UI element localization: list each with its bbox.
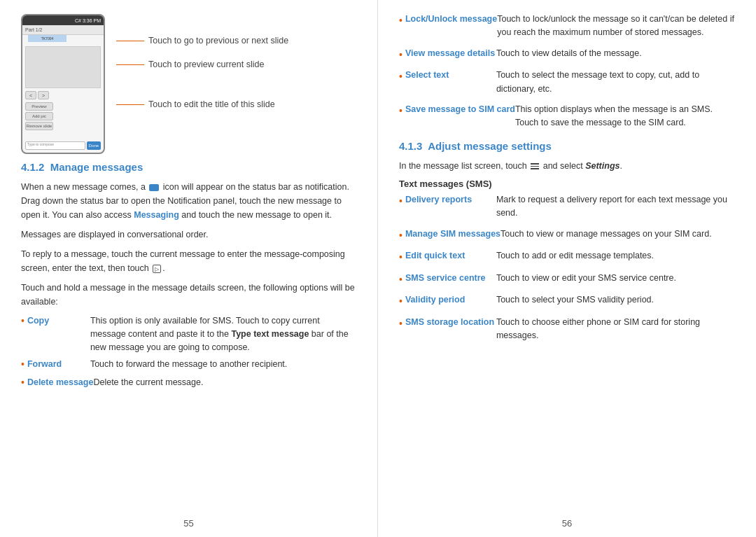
annotation-text-3: Touch to edit the title of this slide <box>148 99 275 111</box>
bullet-dot-lock: • <box>399 14 402 28</box>
phone-body: < > Preview Add pic Remove slide <box>22 35 104 136</box>
annotation-dash-1 <box>116 41 144 41</box>
bullet-desc-lock: Touch to lock/unlock the message so it c… <box>497 13 735 40</box>
bullet-dot-edit-quick: • <box>399 251 402 265</box>
manage-messages-para1: When a new message comes, a icon will ap… <box>21 180 356 222</box>
left-page-number: 55 <box>183 518 193 529</box>
bullet-label-delete: Delete message <box>27 376 94 390</box>
bullet-manage-sim: • Manage SIM messages Touch to view or m… <box>399 228 735 243</box>
bullet-edit-quick: • Edit quick text Touch to add or edit m… <box>399 249 735 265</box>
phone-header-label: Part 1/2 <box>25 27 43 32</box>
phone-preview-btn[interactable]: Preview <box>25 102 53 111</box>
send-arrow-icon: ▷ <box>153 265 161 273</box>
bullet-label-edit-quick: Edit quick text <box>405 249 496 263</box>
bullet-label-delivery: Delivery reports <box>405 193 496 207</box>
phone-device: C# 3:36 PM Part 1/2 TK7004 < > <box>21 14 105 154</box>
bullet-label-sms-storage: SMS storage location <box>405 316 496 329</box>
annotation-text-2: Touch to preview current slide <box>148 59 264 71</box>
bullet-label-copy: Copy <box>27 314 90 354</box>
bullet-label-validity: Validity period <box>405 293 496 307</box>
bullet-label-select: Select text <box>405 69 496 82</box>
message-notification-icon <box>149 184 159 191</box>
manage-messages-para4: Touch and hold a message in the message … <box>21 281 356 309</box>
bullet-view-message: • View message details Touch to view det… <box>399 47 735 62</box>
menu-lines-icon <box>531 163 539 169</box>
phone-nav-row: < > <box>25 91 101 99</box>
bullet-desc-copy: This option is only available for SMS. T… <box>90 314 356 354</box>
manage-messages-para3: To reply to a message, touch the current… <box>21 247 356 275</box>
right-page-number: 56 <box>562 518 572 529</box>
bullet-dot-manage-sim: • <box>399 229 402 243</box>
bullet-dot-delete: • <box>21 376 24 390</box>
phone-compose-input[interactable]: Type to compose <box>25 141 85 150</box>
phone-prev-btn[interactable]: < <box>25 91 36 99</box>
annotation-3: Touch to edit the title of this slide <box>116 99 356 111</box>
bullet-dot-forward: • <box>21 358 24 372</box>
phone-addpic-btn[interactable]: Add pic <box>25 112 53 120</box>
bullet-label-forward: Forward <box>27 358 90 372</box>
settings-bold-text: Settings <box>585 161 620 171</box>
page: C# 3:36 PM Part 1/2 TK7004 < > <box>0 0 756 537</box>
annotation-dash-2 <box>116 64 144 65</box>
phone-header: Part 1/2 <box>22 25 104 35</box>
bullet-dot-sms-service: • <box>399 273 402 287</box>
bullet-delivery-reports: • Delivery reports Mark to request a del… <box>399 193 735 221</box>
left-column: C# 3:36 PM Part 1/2 TK7004 < > <box>0 0 378 537</box>
bullet-copy: • Copy This option is only available for… <box>21 314 356 354</box>
bullet-validity: • Validity period Touch to select your S… <box>399 293 735 309</box>
bullet-desc-sms-storage: Touch to choose either phone or SIM card… <box>496 316 735 343</box>
phone-slide-thumbnail <box>25 46 101 88</box>
section-413-heading: 4.1.3 Adjust message settings <box>399 140 735 152</box>
bullet-dot-select: • <box>399 70 402 84</box>
annotation-text-1: Touch to go to previous or next slide <box>148 35 288 48</box>
bullet-lock-unlock: • Lock/Unlock message Touch to lock/unlo… <box>399 13 735 40</box>
bullet-desc-view: Touch to view details of the message. <box>496 47 642 60</box>
annotation-2: Touch to preview current slide <box>116 59 356 71</box>
bullet-label-sms-service: SMS service centre <box>405 272 496 285</box>
bullet-desc-validity: Touch to select your SMS validity period… <box>496 293 654 307</box>
bullet-delete: • Delete message Delete the current mess… <box>21 376 356 390</box>
bullet-desc-sms-service: Touch to view or edit your SMS service c… <box>496 272 676 285</box>
phone-mockup-area: C# 3:36 PM Part 1/2 TK7004 < > <box>21 14 356 154</box>
bullet-dot-copy: • <box>21 314 24 354</box>
section-412-heading: 4.1.2 Manage messages <box>21 161 356 173</box>
bullet-sms-service: • SMS service centre Touch to view or ed… <box>399 272 735 287</box>
phone-next-btn[interactable]: > <box>38 91 49 99</box>
phone-footer: Type to compose Done <box>25 141 101 150</box>
phone-done-button[interactable]: Done <box>87 141 101 150</box>
manage-messages-para2: Messages are displayed in conversational… <box>21 228 356 242</box>
phone-status-text: C# 3:36 PM <box>75 18 101 23</box>
bullet-save-sim: • Save message to SIM card This option d… <box>399 103 735 130</box>
bullet-label-manage-sim: Manage SIM messages <box>405 228 500 241</box>
annotation-dash-3 <box>116 104 144 105</box>
annotation-1: Touch to go to previous or next slide <box>116 35 356 48</box>
bullet-desc-delivery: Mark to request a delivery report for ea… <box>496 193 735 221</box>
adjust-settings-intro: In the message list screen, touch and se… <box>399 159 735 173</box>
bullet-desc-forward: Touch to forward the message to another … <box>90 358 356 372</box>
phone-side-buttons: Preview Add pic Remove slide <box>25 102 101 130</box>
bullet-dot-view: • <box>399 48 402 62</box>
bullet-forward: • Forward Touch to forward the message t… <box>21 358 356 372</box>
messaging-bold: Messaging <box>134 210 179 220</box>
bullet-dot-save: • <box>399 104 402 118</box>
bullet-dot-sms-storage: • <box>399 317 402 331</box>
bullet-label-save: Save message to SIM card <box>405 103 515 116</box>
bullet-label-lock: Lock/Unlock message <box>405 13 497 26</box>
bullet-desc-select: Touch to select the message text to copy… <box>496 69 735 96</box>
annotations-area: Touch to go to previous or next slide To… <box>105 14 356 154</box>
bullet-desc-save: This option displays when the message is… <box>515 103 735 130</box>
text-messages-sms-subheading: Text messages (SMS) <box>399 179 735 189</box>
bullet-desc-delete: Delete the current message. <box>93 376 356 390</box>
phone-status-bar: C# 3:36 PM <box>22 15 104 25</box>
bullet-desc-manage-sim: Touch to view or manage messages on your… <box>500 228 712 241</box>
right-column: • Lock/Unlock message Touch to lock/unlo… <box>378 0 756 537</box>
bullet-label-view: View message details <box>405 47 496 60</box>
bullet-desc-edit-quick: Touch to add or edit message templates. <box>496 249 654 263</box>
phone-removeslide-btn[interactable]: Remove slide <box>25 122 53 130</box>
bullet-select-text: • Select text Touch to select the messag… <box>399 69 735 96</box>
bullet-dot-delivery: • <box>399 195 402 209</box>
bullet-dot-validity: • <box>399 295 402 309</box>
bullet-sms-storage: • SMS storage location Touch to choose e… <box>399 316 735 343</box>
